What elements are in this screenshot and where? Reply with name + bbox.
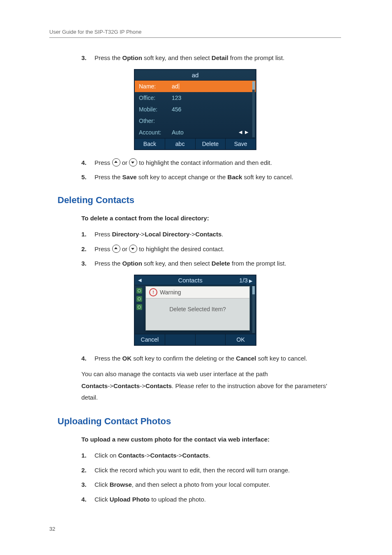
upload-photo-label: Upload Photo <box>110 496 150 503</box>
text: soft key, and then select <box>142 260 212 267</box>
softkey-save[interactable]: Save <box>226 139 256 149</box>
delete-label: Delete <box>212 260 230 267</box>
arrow: -> <box>145 452 150 459</box>
option-label: Option <box>122 54 142 61</box>
phone-titlebar: ◀ Contacts 1/3 ▶ <box>135 275 256 285</box>
upload-intro: To upload a new custom photo for the con… <box>81 434 341 445</box>
contacts-label: Contacts <box>195 231 221 238</box>
text: Press the <box>95 355 122 362</box>
up-arrow-key-icon <box>112 158 120 166</box>
contacts-label: Contacts <box>118 452 145 459</box>
phone-title: Contacts <box>178 277 202 284</box>
save-label: Save <box>122 173 137 180</box>
step-number: 3. <box>81 258 87 269</box>
ok-label: OK <box>122 355 132 362</box>
field-account-row: Account: Auto ◀ ▶ <box>135 127 256 138</box>
page-indicator: 1/3 ▶ <box>239 277 252 284</box>
field-value: ad <box>172 83 251 90</box>
text: or <box>120 245 129 252</box>
step-number: 1. <box>81 450 87 461</box>
arrow: -> <box>140 382 145 389</box>
softkey-abc[interactable]: abc <box>165 139 196 149</box>
field-name-row: Name: ad <box>135 81 256 92</box>
arrow: -> <box>177 452 182 459</box>
text: . <box>221 231 223 238</box>
down-arrow-key-icon <box>129 245 137 253</box>
text: soft key to cancel. <box>242 173 293 180</box>
softkey-delete[interactable]: Delete <box>196 139 226 149</box>
dstep-3: 3. Press the Option soft key, and then s… <box>81 258 341 269</box>
warning-dialog: ! Warning Delete Selected Item? <box>145 286 250 331</box>
warning-label: Warning <box>160 289 181 296</box>
steps-top: 3. Press the Option soft key, and then s… <box>81 53 341 63</box>
step-number: 2. <box>81 244 87 254</box>
text: Click <box>95 481 110 488</box>
text: from the prompt list. <box>230 260 286 267</box>
text: Click <box>95 496 110 503</box>
option-label: Option <box>122 260 142 267</box>
softkey-back[interactable]: Back <box>135 139 165 149</box>
field-label: Account: <box>139 129 172 136</box>
step-number: 4. <box>81 494 87 505</box>
scrollbar-thumb <box>252 81 255 90</box>
phone-title: ad <box>135 70 256 81</box>
warning-message: Delete Selected Item? <box>146 298 249 317</box>
softkey-ok[interactable]: OK <box>226 334 256 345</box>
contacts-label: Contacts <box>81 382 108 389</box>
softkey-empty <box>196 334 226 345</box>
contact-icon <box>136 296 142 302</box>
step-number: 2. <box>81 465 87 476</box>
warning-icon: ! <box>149 288 157 296</box>
field-office-row: Office: 123 <box>135 92 256 104</box>
steps-after-phone1: 4. Press or to highlight the contact inf… <box>81 157 341 183</box>
phone-screen-delete-warning: ◀ Contacts 1/3 ▶ ! Warning Delete Select… <box>134 275 256 346</box>
local-directory-label: Local Directory <box>145 231 189 238</box>
phone-screen-edit-contact: ad Name: ad Office: 123 Mobile: 456 Othe… <box>134 69 256 150</box>
back-label: Back <box>228 173 242 180</box>
contact-icon <box>136 304 142 310</box>
step-4-highlight: 4. Press or to highlight the contact inf… <box>81 157 341 168</box>
field-label: Mobile: <box>139 106 172 113</box>
step-number: 1. <box>81 229 87 240</box>
scrollbar <box>252 81 255 137</box>
text: soft key to confirm the deleting or the <box>131 355 236 362</box>
text: Press <box>95 245 112 252</box>
text: from the prompt list. <box>228 54 285 61</box>
dstep-4: 4. Press the OK soft key to confirm the … <box>81 353 341 364</box>
text: soft key to accept change or the <box>137 173 228 180</box>
text: Press <box>95 159 112 166</box>
ustep-1: 1. Click on Contacts->Contacts->Contacts… <box>81 450 341 461</box>
text: soft key to cancel. <box>256 355 307 362</box>
delete-steps-2: 4. Press the OK soft key to confirm the … <box>81 353 341 364</box>
contacts-label: Contacts <box>145 382 172 389</box>
heading-uploading-photos: Uploading Contact Photos <box>58 416 341 427</box>
delete-web-path-paragraph: You can also manage the contacts via web… <box>81 368 341 404</box>
cancel-label: Cancel <box>236 355 256 362</box>
softkey-bar: Back abc Delete Save <box>135 138 256 149</box>
text: Click the record which you want to edit,… <box>95 467 290 474</box>
warning-header: ! Warning <box>146 287 249 298</box>
contact-list-icons <box>136 288 143 312</box>
detail-label: Detail <box>212 54 228 61</box>
field-value: 456 <box>172 106 251 113</box>
right-arrow-icon: ▶ <box>248 278 252 283</box>
ustep-4: 4. Click Upload Photo to upload the phot… <box>81 494 341 505</box>
text: , and then select a photo from your loca… <box>132 481 270 488</box>
field-label: Name: <box>139 83 172 90</box>
text: Press <box>95 231 112 238</box>
text: Press the <box>95 173 122 180</box>
browse-label: Browse <box>110 481 132 488</box>
field-value: 123 <box>172 95 251 101</box>
text: Press the <box>95 54 122 61</box>
text: to highlight the desired contact. <box>137 245 224 252</box>
softkey-cancel[interactable]: Cancel <box>135 334 165 345</box>
softkey-bar: Cancel OK <box>135 334 256 345</box>
delete-steps: 1. Press Directory->Local Directory->Con… <box>81 229 341 269</box>
text: Press the <box>95 260 122 267</box>
contacts-label: Contacts <box>113 382 140 389</box>
left-arrow-icon: ◀ <box>138 278 141 283</box>
ustep-3: 3. Click Browse, and then select a photo… <box>81 479 341 490</box>
dstep-1: 1. Press Directory->Local Directory->Con… <box>81 229 341 240</box>
text: or <box>120 159 129 166</box>
field-other-row: Other: <box>135 115 256 127</box>
